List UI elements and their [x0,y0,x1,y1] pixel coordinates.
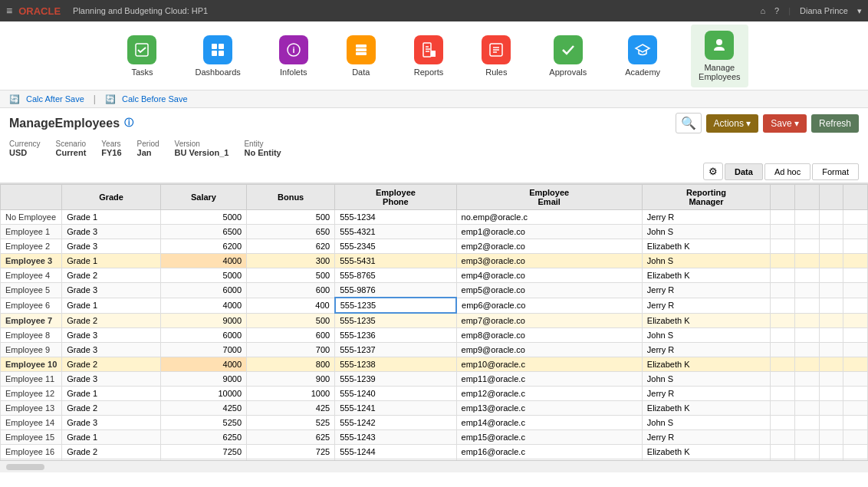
table-cell[interactable]: emp14@oracle.c [456,416,642,430]
table-cell[interactable]: Grade 3 [62,328,161,343]
table-cell[interactable]: 650 [247,225,335,239]
table-cell[interactable]: emp1@oracle.co [456,225,642,239]
table-cell[interactable]: 555-1238 [335,357,456,372]
table-cell[interactable]: Elizabeth K [642,445,770,459]
table-cell[interactable] [771,313,795,328]
table-cell[interactable]: emp5@oracle.co [456,283,642,298]
table-cell[interactable]: Grade 2 [62,401,161,416]
table-cell[interactable]: 555-1243 [335,430,456,445]
table-cell[interactable] [843,254,868,268]
table-row[interactable]: Employee 6Grade 14000400555-1235emp6@ora… [1,298,868,313]
table-cell[interactable]: 9000 [160,313,246,328]
table-cell[interactable]: emp2@oracle.co [456,239,642,254]
table-cell[interactable]: 300 [247,254,335,268]
table-cell[interactable]: emp3@oracle.co [456,254,642,268]
table-cell[interactable] [819,268,843,283]
table-cell[interactable] [794,357,819,372]
table-cell[interactable]: emp12@oracle.c [456,387,642,401]
table-cell[interactable] [771,210,795,225]
nav-reports[interactable]: Reports [406,29,452,83]
table-cell[interactable]: emp10@oracle.c [456,357,642,372]
table-row[interactable]: Employee 3Grade 14000300555-5431emp3@ora… [1,254,868,268]
table-cell[interactable]: Elizabeth K [642,313,770,328]
nav-academy[interactable]: Academy [617,29,668,83]
table-cell[interactable] [819,254,843,268]
table-cell[interactable]: emp15@oracle.c [456,430,642,445]
table-cell[interactable]: Employee 9 [1,343,62,357]
table-cell[interactable]: emp8@oracle.co [456,328,642,343]
table-cell[interactable] [771,430,795,445]
nav-approvals[interactable]: Approvals [541,29,594,83]
table-cell[interactable]: 600 [247,283,335,298]
table-cell[interactable]: Grade 3 [62,239,161,254]
table-cell[interactable]: Grade 2 [62,445,161,459]
table-cell[interactable]: Jerry R [642,298,770,313]
table-cell[interactable]: 555-1235 [335,313,456,328]
table-cell[interactable]: 555-8765 [335,268,456,283]
table-cell[interactable]: 555-1240 [335,387,456,401]
table-row[interactable]: No EmployeeGrade 15000500555-1234no.emp@… [1,210,868,225]
table-cell[interactable] [794,313,819,328]
table-row[interactable]: Employee 12Grade 1100001000555-1240emp12… [1,387,868,401]
tab-adhoc[interactable]: Ad hoc [764,163,810,180]
user-label[interactable]: Diana Prince [800,6,848,15]
table-row[interactable]: Employee 1Grade 36500650555-4321emp1@ora… [1,225,868,239]
search-icon[interactable]: 🔍 [676,113,702,133]
actions-button[interactable]: Actions ▾ [706,114,759,133]
table-cell[interactable]: 555-5431 [335,254,456,268]
table-cell[interactable]: John S [642,328,770,343]
table-cell[interactable] [794,268,819,283]
table-cell[interactable] [843,210,868,225]
table-cell[interactable]: Grade 3 [62,372,161,387]
table-cell[interactable]: Elizabeth K [642,401,770,416]
gear-button[interactable]: ⚙ [703,163,723,180]
table-cell[interactable]: Grade 2 [62,268,161,283]
table-cell[interactable]: 4000 [160,357,246,372]
table-cell[interactable]: 620 [247,239,335,254]
table-cell[interactable] [771,445,795,459]
table-cell[interactable]: Employee 2 [1,239,62,254]
table-cell[interactable]: 6200 [160,239,246,254]
table-cell[interactable] [794,328,819,343]
table-cell[interactable]: Grade 1 [62,210,161,225]
table-cell[interactable]: Employee 11 [1,372,62,387]
table-cell[interactable]: Elizabeth K [642,239,770,254]
table-cell[interactable]: Employee 1 [1,225,62,239]
table-cell[interactable]: No Employee [1,210,62,225]
table-cell[interactable]: 555-9876 [335,283,456,298]
tab-data[interactable]: Data [725,163,763,180]
table-cell[interactable]: Employee 15 [1,430,62,445]
table-row[interactable]: Employee 8Grade 36000600555-1236emp8@ora… [1,328,868,343]
table-cell[interactable]: Employee 7 [1,313,62,328]
table-cell[interactable]: Elizabeth K [642,357,770,372]
table-row[interactable]: Employee 4Grade 25000500555-8765emp4@ora… [1,268,868,283]
nav-manage-employees[interactable]: ManageEmployees [691,25,748,87]
table-row[interactable]: Employee 13Grade 24250425555-1241emp13@o… [1,401,868,416]
table-cell[interactable] [771,401,795,416]
table-cell[interactable] [771,328,795,343]
table-cell[interactable] [843,401,868,416]
refresh-button[interactable]: Refresh [811,114,859,133]
table-cell[interactable] [794,343,819,357]
table-cell[interactable]: Grade 3 [62,225,161,239]
table-row[interactable]: Employee 16Grade 27250725555-1244emp16@o… [1,445,868,459]
table-cell[interactable]: 800 [247,357,335,372]
table-cell[interactable]: Employee 4 [1,268,62,283]
table-cell[interactable]: 555-1234 [335,210,456,225]
table-row[interactable]: Employee 11Grade 39000900555-1239emp11@o… [1,372,868,387]
table-cell[interactable] [819,239,843,254]
table-row[interactable]: Employee 7Grade 29000500555-1235emp7@ora… [1,313,868,328]
table-cell[interactable] [819,225,843,239]
table-cell[interactable]: Employee 8 [1,328,62,343]
table-cell[interactable] [843,313,868,328]
table-cell[interactable]: 555-1237 [335,343,456,357]
table-cell[interactable] [819,416,843,430]
table-row[interactable]: Employee 10Grade 24000800555-1238emp10@o… [1,357,868,372]
help-icon[interactable]: ? [774,6,779,15]
table-cell[interactable] [794,372,819,387]
nav-rules[interactable]: Rules [474,29,518,83]
table-cell[interactable]: 6000 [160,328,246,343]
table-cell[interactable]: 555-2345 [335,239,456,254]
table-cell[interactable]: 555-1244 [335,445,456,459]
table-cell[interactable]: Employee 14 [1,416,62,430]
